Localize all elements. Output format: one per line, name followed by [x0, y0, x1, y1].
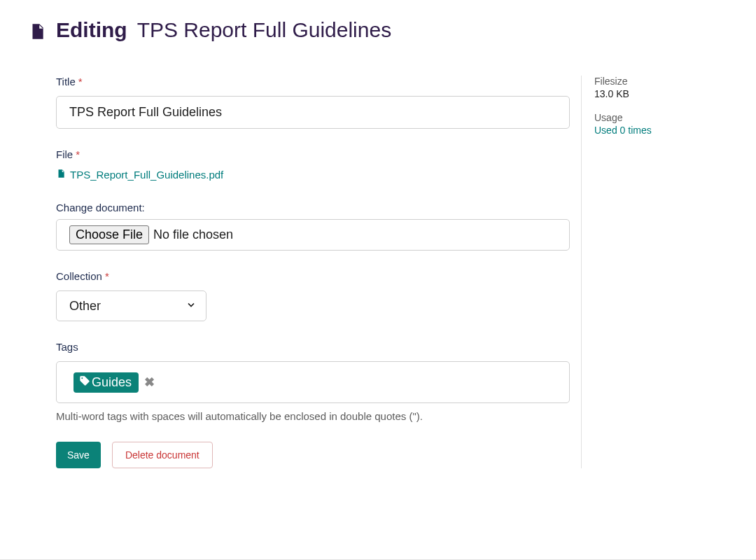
title-label: Title* [56, 76, 570, 88]
field-tags: Tags Guides ✖ Multi-word tags with space… [56, 341, 570, 422]
tags-help-text: Multi-word tags with spaces will automat… [56, 410, 570, 422]
required-marker: * [105, 270, 109, 282]
tag-remove-icon[interactable]: ✖ [143, 374, 156, 390]
no-file-text: No file chosen [153, 227, 233, 242]
page-title-name: TPS Report Full Guidelines [137, 18, 392, 42]
tag-pill[interactable]: Guides [74, 372, 139, 393]
collection-label: Collection* [56, 270, 570, 282]
change-document-label: Change document: [56, 202, 570, 214]
usage-link[interactable]: Used 0 times [594, 125, 728, 136]
save-button[interactable]: Save [56, 442, 101, 468]
form-actions: Save Delete document [56, 442, 570, 468]
usage-label: Usage [594, 112, 728, 123]
filesize-value: 13.0 KB [594, 88, 728, 99]
required-marker: * [76, 148, 80, 160]
tag-label: Guides [92, 375, 132, 390]
document-icon [28, 20, 46, 41]
field-collection: Collection* Other [56, 270, 570, 321]
file-label: File* [56, 148, 570, 160]
field-title: Title* [56, 76, 570, 129]
sidebar: Filesize 13.0 KB Usage Used 0 times [581, 76, 728, 468]
page-header: Editing TPS Report Full Guidelines [28, 18, 728, 42]
delete-document-button[interactable]: Delete document [112, 442, 213, 468]
field-file: File* TPS_Report_Full_Guidelines.pdf Cha… [56, 148, 570, 251]
title-input[interactable] [56, 96, 570, 129]
collection-select[interactable]: Other [56, 290, 206, 321]
page-title-prefix: Editing [56, 18, 127, 42]
filesize-label: Filesize [594, 76, 728, 87]
file-chooser[interactable]: Choose File No file chosen [56, 219, 570, 251]
tags-input[interactable]: Guides ✖ [56, 361, 570, 403]
file-icon [56, 169, 66, 181]
page-title: Editing TPS Report Full Guidelines [56, 18, 391, 42]
current-file-link[interactable]: TPS_Report_Full_Guidelines.pdf [56, 169, 223, 181]
required-marker: * [78, 76, 83, 88]
tag-icon [79, 375, 90, 390]
choose-file-button[interactable]: Choose File [69, 225, 149, 244]
tags-label: Tags [56, 341, 570, 353]
current-file-name: TPS_Report_Full_Guidelines.pdf [70, 169, 223, 181]
